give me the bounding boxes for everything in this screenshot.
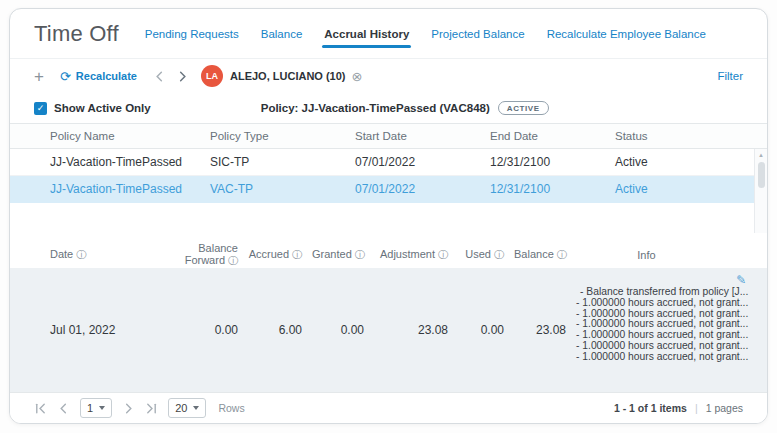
employee-nav xyxy=(153,70,189,83)
table-row[interactable]: JJ-Vacation-TimePassed SIC-TP 07/01/2022… xyxy=(10,149,767,176)
date-cell: Jul 01, 2022 xyxy=(50,323,145,337)
time-off-panel: Time Off Pending Requests Balance Accrua… xyxy=(9,8,768,424)
pagination-bar: 1 20 Rows 1 - 1 of 1 items | 1 pages xyxy=(10,392,767,423)
column-balance: Balanceⓘ xyxy=(514,248,576,262)
accrual-table-header: Dateⓘ Balance Forwardⓘ Accruedⓘ Grantedⓘ… xyxy=(10,242,767,268)
remove-employee-icon[interactable]: ⊗ xyxy=(352,70,363,83)
tab-pending-requests[interactable]: Pending Requests xyxy=(145,28,239,40)
filter-button[interactable]: Filter xyxy=(717,70,743,82)
chevron-down-icon xyxy=(99,406,105,410)
info-icon[interactable]: ⓘ xyxy=(228,255,238,266)
column-end-date: End Date xyxy=(490,130,615,142)
status-cell: Active xyxy=(615,155,767,169)
show-active-label: Show Active Only xyxy=(54,102,151,114)
page-size-select[interactable]: 20 xyxy=(168,398,206,418)
column-adjustment: Adjustmentⓘ xyxy=(374,248,458,262)
avatar: LA xyxy=(201,65,223,87)
check-icon: ✓ xyxy=(37,103,45,113)
chevron-right-icon[interactable] xyxy=(176,70,189,83)
adjustment-cell: 23.08 xyxy=(374,323,458,337)
page-size-value: 20 xyxy=(175,402,187,414)
tab-balance[interactable]: Balance xyxy=(261,28,303,40)
tab-accrual-history[interactable]: Accrual History xyxy=(324,28,409,40)
status-cell: Active xyxy=(615,182,767,196)
column-date: Dateⓘ xyxy=(50,248,145,262)
active-status-badge: ACTIVE xyxy=(498,101,549,115)
page-select-value: 1 xyxy=(87,402,93,414)
tab-recalculate-employee-balance[interactable]: Recalculate Employee Balance xyxy=(547,28,706,40)
pagination-summary: 1 - 1 of 1 items | 1 pages xyxy=(614,402,743,414)
scrollbar-thumb[interactable] xyxy=(758,162,765,188)
info-icon[interactable]: ⓘ xyxy=(355,249,365,260)
balance-cell: 23.08 xyxy=(514,323,576,337)
column-start-date: Start Date xyxy=(355,130,490,142)
refresh-icon: ⟳ xyxy=(60,70,71,83)
column-policy-name: Policy Name xyxy=(50,130,210,142)
column-status: Status xyxy=(615,130,767,142)
info-icon[interactable]: ⓘ xyxy=(494,249,504,260)
used-cell: 0.00 xyxy=(458,323,514,337)
recalculate-button[interactable]: ⟳ Recalculate xyxy=(60,70,137,83)
chevron-down-icon xyxy=(193,406,199,410)
page-select[interactable]: 1 xyxy=(80,398,112,418)
info-icon[interactable]: ⓘ xyxy=(557,249,567,260)
page-title: Time Off xyxy=(34,21,119,47)
policy-name-cell: JJ-Vacation-TimePassed xyxy=(50,155,210,169)
end-date-cell: 12/31/2100 xyxy=(490,155,615,169)
column-info: Info xyxy=(576,249,767,261)
balance-forward-cell: 0.00 xyxy=(145,323,248,337)
policy-name-cell: JJ-Vacation-TimePassed xyxy=(50,182,210,196)
items-count: 1 - 1 of 1 items xyxy=(614,402,687,414)
granted-cell: 0.00 xyxy=(312,323,374,337)
summary-separator: | xyxy=(695,402,698,414)
section-spacer xyxy=(10,233,767,242)
accrued-cell: 6.00 xyxy=(248,323,312,337)
show-active-checkbox[interactable]: ✓ xyxy=(34,102,47,115)
column-policy-type: Policy Type xyxy=(210,130,355,142)
end-date-cell: 12/31/2100 xyxy=(490,182,615,196)
toolbar: + ⟳ Recalculate LA ALEJO, LUCIANO (10) ⊗… xyxy=(10,59,767,93)
previous-page-icon[interactable] xyxy=(57,402,70,415)
header: Time Off Pending Requests Balance Accrua… xyxy=(10,9,767,59)
info-line: - 1.000000 hours accrued, not grant... xyxy=(576,298,748,309)
column-granted: Grantedⓘ xyxy=(312,248,374,262)
recalculate-label: Recalculate xyxy=(76,70,137,82)
info-icon[interactable]: ⓘ xyxy=(76,249,86,260)
column-accrued: Accruedⓘ xyxy=(248,248,312,262)
tab-bar: Pending Requests Balance Accrual History… xyxy=(145,28,706,40)
employee-name: ALEJO, LUCIANO (10) xyxy=(230,70,346,82)
tab-projected-balance[interactable]: Projected Balance xyxy=(431,28,524,40)
info-icon[interactable]: ⓘ xyxy=(438,249,448,260)
filter-row: ✓ Show Active Only Policy: JJ-Vacation-T… xyxy=(10,93,767,123)
start-date-cell: 07/01/2022 xyxy=(355,155,490,169)
policy-type-cell: VAC-TP xyxy=(210,182,355,196)
policy-table-body: JJ-Vacation-TimePassed SIC-TP 07/01/2022… xyxy=(10,149,767,233)
accrual-table-row: Jul 01, 2022 0.00 6.00 0.00 23.08 0.00 2… xyxy=(10,268,767,392)
table-row-selected[interactable]: JJ-Vacation-TimePassed VAC-TP 07/01/2022… xyxy=(10,176,767,203)
scroll-up-icon[interactable]: ▲ xyxy=(758,149,764,158)
column-balance-forward: Balance Forwardⓘ xyxy=(145,242,248,268)
info-icon[interactable]: ⓘ xyxy=(292,249,302,260)
column-used: Usedⓘ xyxy=(458,248,514,262)
last-page-icon[interactable] xyxy=(145,402,158,415)
policy-table-header: Policy Name Policy Type Start Date End D… xyxy=(10,123,767,149)
info-cell: ✎ - Balance transferred from policy [J..… xyxy=(576,268,768,392)
add-icon[interactable]: + xyxy=(34,68,44,85)
next-page-icon[interactable] xyxy=(122,402,135,415)
chevron-left-icon[interactable] xyxy=(153,70,166,83)
vertical-scrollbar[interactable]: ▲ xyxy=(754,149,767,233)
rows-label: Rows xyxy=(218,402,244,414)
policy-label: Policy: JJ-Vacation-TimePassed (VAC848) xyxy=(261,102,490,114)
start-date-cell: 07/01/2022 xyxy=(355,182,490,196)
info-line: - 1.000000 hours accrued, not grant... xyxy=(576,352,748,363)
policy-type-cell: SIC-TP xyxy=(210,155,355,169)
first-page-icon[interactable] xyxy=(34,402,47,415)
pages-count: 1 pages xyxy=(706,402,743,414)
